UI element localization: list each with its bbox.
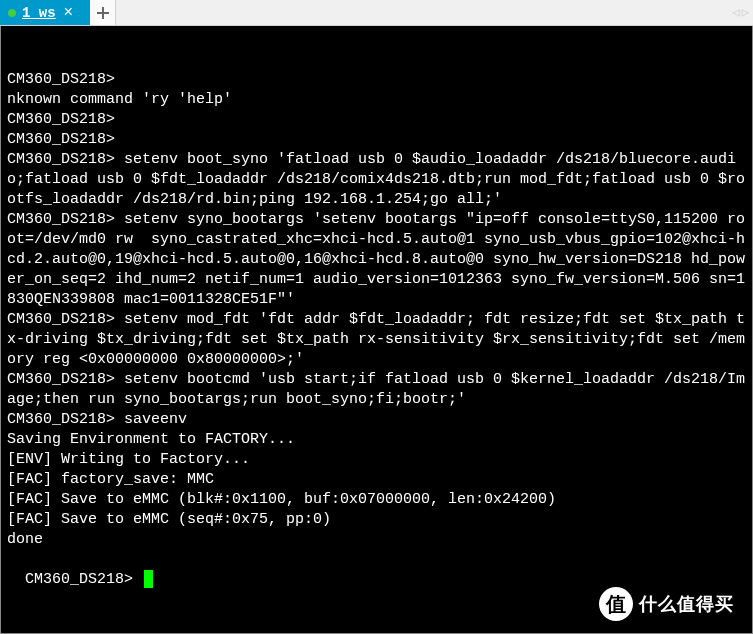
tab-active[interactable]: 1 ws ×	[0, 0, 90, 25]
tab-label: 1 ws	[22, 5, 56, 21]
terminal-lines: CM360_DS218>nknown command 'ry 'help'CM3…	[7, 70, 746, 550]
terminal-line: CM360_DS218> setenv bootcmd 'usb start;i…	[7, 370, 746, 410]
terminal-line: CM360_DS218> saveenv	[7, 410, 746, 430]
tab-bar: 1 ws × ◁ ▷	[0, 0, 753, 26]
terminal-line: CM360_DS218>	[7, 70, 746, 90]
tab-prev-icon: ◁	[733, 5, 740, 20]
tab-nav-arrows: ◁ ▷	[733, 0, 749, 25]
terminal-line: [FAC] Save to eMMC (blk#:0x1100, buf:0x0…	[7, 490, 746, 510]
terminal-line: nknown command 'ry 'help'	[7, 90, 746, 110]
terminal-line: done	[7, 530, 746, 550]
connection-status-icon	[8, 9, 16, 17]
add-tab-button[interactable]	[90, 0, 116, 25]
terminal-output[interactable]: CM360_DS218>nknown command 'ry 'help'CM3…	[0, 26, 753, 634]
terminal-line: CM360_DS218>	[7, 110, 746, 130]
watermark-logo-icon: 值	[599, 587, 633, 621]
terminal-line: Saving Environment to FACTORY...	[7, 430, 746, 450]
terminal-line: CM360_DS218>	[7, 130, 746, 150]
terminal-line: CM360_DS218> setenv boot_syno 'fatload u…	[7, 150, 746, 210]
terminal-prompt: CM360_DS218>	[25, 571, 142, 588]
cursor-icon	[144, 570, 153, 588]
close-icon[interactable]: ×	[62, 5, 76, 21]
terminal-line: [ENV] Writing to Factory...	[7, 450, 746, 470]
plus-icon	[97, 7, 109, 19]
terminal-line: [FAC] Save to eMMC (seq#:0x75, pp:0)	[7, 510, 746, 530]
watermark-brand-text: 什么值得买	[639, 594, 734, 614]
watermark: 值 什么值得买	[599, 587, 734, 621]
terminal-line: CM360_DS218> setenv mod_fdt 'fdt addr $f…	[7, 310, 746, 370]
terminal-line: [FAC] factory_save: MMC	[7, 470, 746, 490]
tab-next-icon: ▷	[742, 5, 749, 20]
terminal-line: CM360_DS218> setenv syno_bootargs 'seten…	[7, 210, 746, 310]
